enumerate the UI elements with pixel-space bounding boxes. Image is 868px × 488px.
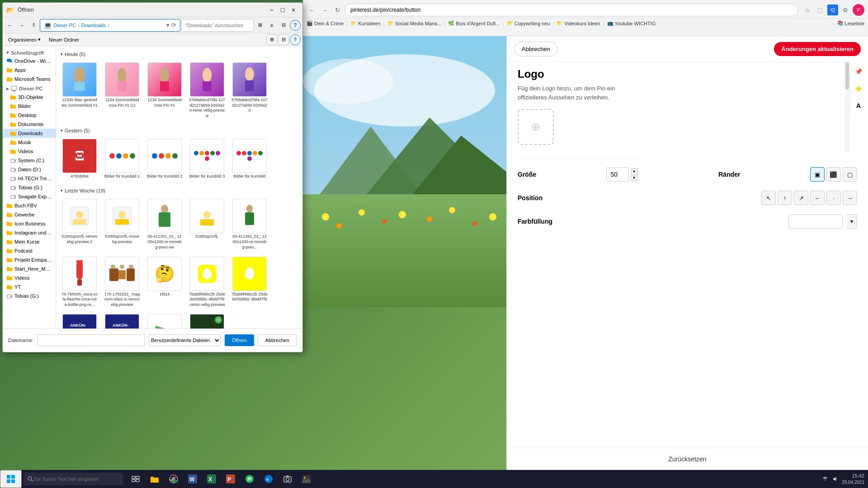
sidebar-item-teams[interactable]: Microsoft Teams xyxy=(3,75,56,84)
nav-back-button[interactable]: ← xyxy=(5,20,15,31)
view-toggle-button[interactable]: ⊞ xyxy=(266,34,277,45)
sidebar-item-mein-kurse[interactable]: Mein Kurse xyxy=(3,237,56,246)
file-item[interactable]: ANKÜN-DIGUNG ANKÜNDIGUNG (1) xyxy=(60,312,99,328)
margin-btn-3[interactable]: ▢ xyxy=(843,167,857,182)
view-split-button[interactable]: ⊟ xyxy=(278,34,289,45)
browser-screenshot-button[interactable]: ⬚ xyxy=(815,5,826,15)
taskbar-excel-button[interactable]: X xyxy=(203,470,221,488)
size-increment-button[interactable]: ▲ xyxy=(631,168,638,174)
refresh-path-button[interactable]: ⟳ xyxy=(171,22,176,28)
logo-upload-area[interactable]: ⊕ xyxy=(518,109,554,145)
browser-refresh-button[interactable]: ↻ xyxy=(332,5,343,15)
sidebar-item-bilder[interactable]: Bilder xyxy=(3,102,56,111)
taskbar-file-explorer-button[interactable] xyxy=(146,470,164,488)
taskbar-powerpoint-button[interactable]: P xyxy=(222,470,240,488)
taskbar-spotify-button[interactable] xyxy=(241,470,259,488)
start-button[interactable] xyxy=(0,470,22,488)
sidebar-item-buch-fbv[interactable]: Buch FBV xyxy=(3,201,56,210)
open-button[interactable]: Öffnen xyxy=(225,334,254,346)
taskbar-gallery-button[interactable] xyxy=(297,470,316,488)
file-item[interactable]: 🤔 1f914 xyxy=(145,255,184,310)
position-topleft[interactable]: ↖ xyxy=(761,191,776,205)
update-button[interactable]: Änderungen aktualisieren xyxy=(774,42,861,56)
sidebar-item-videos-pc[interactable]: Videos xyxy=(3,147,56,156)
bookmark-social[interactable]: 📁 Social Media Mana... xyxy=(387,20,442,26)
path-downloads[interactable]: Downloads xyxy=(81,23,106,28)
browser-iq-button[interactable]: IQ xyxy=(827,5,838,15)
file-item[interactable]: AYOKA IG AYOKA IG xyxy=(187,312,227,328)
sidebar-item-downloads[interactable]: Downloads xyxy=(3,129,56,138)
filename-input[interactable] xyxy=(37,334,145,346)
close-button[interactable]: × xyxy=(288,5,299,15)
sidebar-item-tobias-g2[interactable]: Tobias (G:) xyxy=(3,291,56,300)
taskbar-taskview-button[interactable] xyxy=(127,470,145,488)
minimize-button[interactable]: − xyxy=(266,5,277,15)
sidebar-item-podcast[interactable]: Podcast xyxy=(3,246,56,255)
file-item[interactable]: arrow-1294468 _640 xyxy=(145,312,184,328)
browser-forward-button[interactable]: → xyxy=(319,5,330,15)
browser-back-button[interactable]: ← xyxy=(307,5,317,15)
nav-up-button[interactable]: ⇧ xyxy=(28,20,39,31)
position-middleleft[interactable]: ← xyxy=(810,191,825,205)
color-preview-swatch[interactable] xyxy=(788,214,843,229)
file-item[interactable]: 57b8ab6cd79fa 107d2c27ab99 b269a20 xyxy=(230,61,269,121)
browser-account-button[interactable]: P xyxy=(853,4,864,16)
taskbar-search[interactable] xyxy=(24,473,123,485)
file-item[interactable]: Bilder für Kursbild 3 xyxy=(187,137,227,181)
help-button[interactable]: ? xyxy=(290,20,301,31)
view-large-icon-button[interactable]: ⊞ xyxy=(255,20,265,31)
filetype-select[interactable]: Benutzerdefinierte Dateien xyxy=(149,334,221,346)
file-item[interactable]: 1234 Sommerkleid rosa Pin #1 (1) xyxy=(102,61,142,121)
browser-address-bar[interactable] xyxy=(344,4,798,16)
taskbar-browser-button[interactable]: e xyxy=(259,470,278,488)
yesterday-section-header[interactable]: ▾ Gestern (5) xyxy=(60,126,299,135)
abort-button[interactable]: Abbrechen xyxy=(258,334,297,346)
sidebar-item-gewerbe[interactable]: Gewerbe xyxy=(3,210,56,219)
file-item[interactable]: Bilder für Kursbild 1 xyxy=(102,137,142,181)
position-topcenter[interactable]: ↑ xyxy=(778,191,792,205)
bookmark-crime[interactable]: 🎬 Dein & Crime xyxy=(307,20,344,26)
reset-button[interactable]: Zurücksetzen xyxy=(507,448,868,470)
file-item[interactable]: 12345 Blau gestreiftes Sommerkleid #1 xyxy=(60,61,99,121)
bookmark-bois[interactable]: 🌿 Bois d'Argent Duft... xyxy=(448,20,500,26)
bookmark-kursideen[interactable]: 📁 Kursideen xyxy=(350,20,381,26)
sidebar-item-daten-d[interactable]: Daten (D:) xyxy=(3,165,56,174)
browser-ext-button[interactable]: ⚙ xyxy=(840,5,851,15)
size-decrement-button[interactable]: ▼ xyxy=(631,175,638,181)
new-folder-button[interactable]: Neuer Ordner xyxy=(45,33,83,46)
sidebar-item-musik[interactable]: Musik xyxy=(3,138,56,147)
file-item[interactable]: 57b8ab6cd79fa 107d2c27ab99 b269a20-remo … xyxy=(187,61,227,121)
sidebar-item-instagram[interactable]: Instagram und T... xyxy=(3,228,56,237)
sidebar-item-seagate[interactable]: Seagate Expansi... xyxy=(3,192,56,201)
file-item[interactable]: 51t8SqzsVfL xyxy=(187,197,227,252)
file-item[interactable]: 00-411391_01_ 1200x1200-re movebg-previ … xyxy=(145,197,184,252)
taskbar-word-button[interactable]: W xyxy=(184,470,202,488)
file-item[interactable]: ANKÜN-DIGUNG ANKÜNDIGUNG (2) xyxy=(102,312,142,328)
position-middleright[interactable]: → xyxy=(843,191,857,205)
file-item[interactable]: 76-765045_coca-cola-flasche-coca-cola-bo… xyxy=(60,255,99,310)
taskbar-camera-button[interactable] xyxy=(278,470,297,488)
star-tool-button[interactable]: ⭐ xyxy=(850,80,867,97)
sidebar-item-dokumente[interactable]: Dokumente xyxy=(3,120,56,129)
file-item[interactable]: 7bab8f46bc2b 25de8e558bbc d8ebf7f9-remo … xyxy=(187,255,227,310)
pin-tool-button[interactable]: 📌 xyxy=(850,63,867,80)
sidebar-item-icon-business[interactable]: Icon Business xyxy=(3,219,56,228)
sidebar-item-hitech[interactable]: HI-TECH Treiber xyxy=(3,174,56,183)
file-item[interactable]: 51t8SqzsVfL-removebg-preview 2 xyxy=(60,197,99,252)
bookmark-leseliste[interactable]: 📚 Leseliste xyxy=(837,20,864,26)
file-item[interactable]: Ξ 47606894 xyxy=(60,137,99,181)
file-item[interactable]: 175-1755292_ magnum-class ic-removebg-pr… xyxy=(102,255,142,310)
sidebar-item-system-c[interactable]: System (C:) xyxy=(3,156,56,165)
sidebar-item-onedrive[interactable]: OneDrive - Wirtsc... xyxy=(3,56,56,66)
sidebar-item-projekt[interactable]: Projekt Entspann... xyxy=(3,255,56,264)
file-item[interactable]: Bilder für Kursbild 2 xyxy=(145,137,184,181)
sidebar-item-videos-fav[interactable]: Videos xyxy=(3,273,56,282)
taskbar-chrome-button[interactable] xyxy=(165,470,183,488)
today-section-header[interactable]: ▾ Heute (5) xyxy=(60,50,299,59)
position-center[interactable]: · xyxy=(826,191,841,205)
dialog-help-button[interactable]: ? xyxy=(290,34,301,45)
taskbar-search-input[interactable] xyxy=(33,476,115,482)
organize-button[interactable]: Organisieren ▾ xyxy=(5,33,44,46)
sidebar-item-3dobjects[interactable]: 3D-Objekte xyxy=(3,93,56,102)
color-dropdown-button[interactable]: ▾ xyxy=(846,214,857,229)
